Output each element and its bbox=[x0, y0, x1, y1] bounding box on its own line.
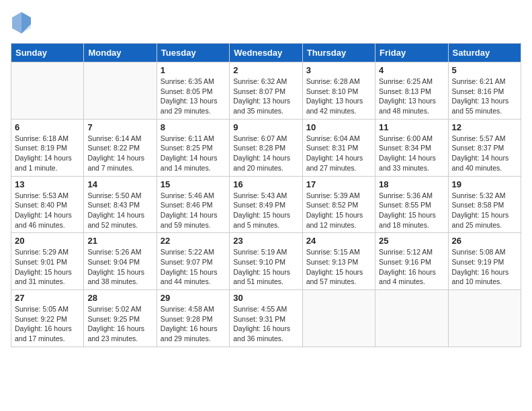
calendar-cell: 26Sunrise: 5:08 AM Sunset: 9:19 PM Dayli… bbox=[448, 233, 521, 290]
calendar-cell: 8Sunrise: 6:11 AM Sunset: 8:25 PM Daylig… bbox=[157, 119, 229, 176]
calendar-cell: 28Sunrise: 5:02 AM Sunset: 9:25 PM Dayli… bbox=[84, 290, 157, 347]
day-info: Sunrise: 5:15 AM Sunset: 9:13 PM Dayligh… bbox=[306, 247, 371, 287]
calendar-table: SundayMondayTuesdayWednesdayThursdayFrid… bbox=[11, 43, 521, 347]
calendar-cell: 17Sunrise: 5:39 AM Sunset: 8:52 PM Dayli… bbox=[302, 176, 375, 233]
day-info: Sunrise: 6:21 AM Sunset: 8:16 PM Dayligh… bbox=[452, 77, 517, 116]
day-number: 27 bbox=[15, 293, 80, 303]
day-info: Sunrise: 5:08 AM Sunset: 9:19 PM Dayligh… bbox=[452, 247, 517, 287]
calendar-week-row: 13Sunrise: 5:53 AM Sunset: 8:40 PM Dayli… bbox=[11, 176, 521, 233]
day-info: Sunrise: 6:07 AM Sunset: 8:28 PM Dayligh… bbox=[233, 134, 298, 173]
day-number: 2 bbox=[233, 65, 298, 75]
calendar-cell: 7Sunrise: 6:14 AM Sunset: 8:22 PM Daylig… bbox=[84, 119, 157, 176]
calendar-cell: 3Sunrise: 6:28 AM Sunset: 8:10 PM Daylig… bbox=[302, 62, 375, 120]
day-number: 16 bbox=[233, 179, 298, 189]
calendar-cell: 6Sunrise: 6:18 AM Sunset: 8:19 PM Daylig… bbox=[11, 119, 84, 176]
day-number: 1 bbox=[161, 65, 226, 75]
page-header bbox=[11, 11, 521, 35]
day-number: 9 bbox=[233, 122, 298, 132]
calendar-header-wednesday: Wednesday bbox=[230, 44, 302, 62]
day-info: Sunrise: 6:28 AM Sunset: 8:10 PM Dayligh… bbox=[306, 77, 371, 116]
calendar-cell: 22Sunrise: 5:22 AM Sunset: 9:07 PM Dayli… bbox=[157, 233, 229, 290]
calendar-cell: 9Sunrise: 6:07 AM Sunset: 8:28 PM Daylig… bbox=[230, 119, 302, 176]
logo-icon bbox=[11, 11, 32, 35]
calendar-cell: 20Sunrise: 5:29 AM Sunset: 9:01 PM Dayli… bbox=[11, 233, 84, 290]
calendar-cell: 16Sunrise: 5:43 AM Sunset: 8:49 PM Dayli… bbox=[230, 176, 302, 233]
day-number: 29 bbox=[161, 293, 226, 303]
day-number: 14 bbox=[87, 179, 152, 189]
day-info: Sunrise: 5:12 AM Sunset: 9:16 PM Dayligh… bbox=[379, 247, 444, 287]
calendar-cell bbox=[375, 290, 448, 347]
calendar-header-monday: Monday bbox=[84, 44, 157, 62]
calendar-cell: 11Sunrise: 6:00 AM Sunset: 8:34 PM Dayli… bbox=[375, 119, 448, 176]
calendar-cell: 19Sunrise: 5:32 AM Sunset: 8:58 PM Dayli… bbox=[448, 176, 521, 233]
calendar-cell bbox=[11, 62, 84, 120]
calendar-cell: 10Sunrise: 6:04 AM Sunset: 8:31 PM Dayli… bbox=[302, 119, 375, 176]
day-info: Sunrise: 5:43 AM Sunset: 8:49 PM Dayligh… bbox=[233, 191, 298, 230]
day-number: 15 bbox=[161, 179, 226, 189]
day-number: 10 bbox=[306, 122, 371, 132]
day-number: 25 bbox=[379, 236, 444, 246]
day-info: Sunrise: 5:57 AM Sunset: 8:37 PM Dayligh… bbox=[452, 134, 517, 173]
calendar-header-thursday: Thursday bbox=[302, 44, 375, 62]
day-info: Sunrise: 5:46 AM Sunset: 8:46 PM Dayligh… bbox=[161, 191, 226, 230]
calendar-header-tuesday: Tuesday bbox=[157, 44, 229, 62]
calendar-cell bbox=[448, 290, 521, 347]
calendar-week-row: 20Sunrise: 5:29 AM Sunset: 9:01 PM Dayli… bbox=[11, 233, 521, 290]
day-info: Sunrise: 6:04 AM Sunset: 8:31 PM Dayligh… bbox=[306, 134, 371, 173]
calendar-cell: 24Sunrise: 5:15 AM Sunset: 9:13 PM Dayli… bbox=[302, 233, 375, 290]
day-number: 17 bbox=[306, 179, 371, 189]
calendar-cell: 21Sunrise: 5:26 AM Sunset: 9:04 PM Dayli… bbox=[84, 233, 157, 290]
day-info: Sunrise: 5:39 AM Sunset: 8:52 PM Dayligh… bbox=[306, 191, 371, 230]
calendar-header-saturday: Saturday bbox=[448, 44, 521, 62]
day-info: Sunrise: 5:53 AM Sunset: 8:40 PM Dayligh… bbox=[15, 191, 80, 230]
calendar-header-sunday: Sunday bbox=[11, 44, 84, 62]
day-number: 3 bbox=[306, 65, 371, 75]
day-number: 23 bbox=[233, 236, 298, 246]
day-number: 26 bbox=[452, 236, 517, 246]
day-number: 4 bbox=[379, 65, 444, 75]
calendar-cell: 25Sunrise: 5:12 AM Sunset: 9:16 PM Dayli… bbox=[375, 233, 448, 290]
calendar-cell: 4Sunrise: 6:25 AM Sunset: 8:13 PM Daylig… bbox=[375, 62, 448, 120]
day-info: Sunrise: 6:14 AM Sunset: 8:22 PM Dayligh… bbox=[87, 134, 152, 173]
day-number: 11 bbox=[379, 122, 444, 132]
calendar-cell: 29Sunrise: 4:58 AM Sunset: 9:28 PM Dayli… bbox=[157, 290, 229, 347]
day-info: Sunrise: 5:50 AM Sunset: 8:43 PM Dayligh… bbox=[87, 191, 152, 230]
calendar-cell: 2Sunrise: 6:32 AM Sunset: 8:07 PM Daylig… bbox=[230, 62, 302, 120]
calendar-cell: 30Sunrise: 4:55 AM Sunset: 9:31 PM Dayli… bbox=[230, 290, 302, 347]
day-number: 7 bbox=[87, 122, 152, 132]
day-info: Sunrise: 5:32 AM Sunset: 8:58 PM Dayligh… bbox=[452, 191, 517, 230]
day-info: Sunrise: 5:36 AM Sunset: 8:55 PM Dayligh… bbox=[379, 191, 444, 230]
calendar-cell: 14Sunrise: 5:50 AM Sunset: 8:43 PM Dayli… bbox=[84, 176, 157, 233]
day-info: Sunrise: 6:00 AM Sunset: 8:34 PM Dayligh… bbox=[379, 134, 444, 173]
day-number: 21 bbox=[87, 236, 152, 246]
svg-marker-2 bbox=[12, 12, 21, 34]
day-number: 6 bbox=[15, 122, 80, 132]
calendar-cell bbox=[302, 290, 375, 347]
calendar-week-row: 27Sunrise: 5:05 AM Sunset: 9:22 PM Dayli… bbox=[11, 290, 521, 347]
day-number: 13 bbox=[15, 179, 80, 189]
day-number: 20 bbox=[15, 236, 80, 246]
day-number: 28 bbox=[87, 293, 152, 303]
day-info: Sunrise: 5:26 AM Sunset: 9:04 PM Dayligh… bbox=[87, 247, 152, 287]
day-info: Sunrise: 6:18 AM Sunset: 8:19 PM Dayligh… bbox=[15, 134, 80, 173]
calendar-cell: 12Sunrise: 5:57 AM Sunset: 8:37 PM Dayli… bbox=[448, 119, 521, 176]
day-info: Sunrise: 6:35 AM Sunset: 8:05 PM Dayligh… bbox=[161, 77, 226, 116]
day-number: 30 bbox=[233, 293, 298, 303]
calendar-header-row: SundayMondayTuesdayWednesdayThursdayFrid… bbox=[11, 44, 521, 62]
day-number: 12 bbox=[452, 122, 517, 132]
calendar-cell: 23Sunrise: 5:19 AM Sunset: 9:10 PM Dayli… bbox=[230, 233, 302, 290]
day-info: Sunrise: 6:25 AM Sunset: 8:13 PM Dayligh… bbox=[379, 77, 444, 116]
calendar-cell: 27Sunrise: 5:05 AM Sunset: 9:22 PM Dayli… bbox=[11, 290, 84, 347]
day-info: Sunrise: 5:02 AM Sunset: 9:25 PM Dayligh… bbox=[87, 304, 152, 344]
day-number: 5 bbox=[452, 65, 517, 75]
calendar-cell: 18Sunrise: 5:36 AM Sunset: 8:55 PM Dayli… bbox=[375, 176, 448, 233]
logo bbox=[11, 11, 35, 35]
day-number: 22 bbox=[161, 236, 226, 246]
day-info: Sunrise: 4:58 AM Sunset: 9:28 PM Dayligh… bbox=[161, 304, 226, 344]
calendar-header-friday: Friday bbox=[375, 44, 448, 62]
day-info: Sunrise: 5:22 AM Sunset: 9:07 PM Dayligh… bbox=[161, 247, 226, 287]
day-info: Sunrise: 5:05 AM Sunset: 9:22 PM Dayligh… bbox=[15, 304, 80, 344]
calendar-week-row: 6Sunrise: 6:18 AM Sunset: 8:19 PM Daylig… bbox=[11, 119, 521, 176]
calendar-cell: 1Sunrise: 6:35 AM Sunset: 8:05 PM Daylig… bbox=[157, 62, 229, 120]
calendar-cell: 15Sunrise: 5:46 AM Sunset: 8:46 PM Dayli… bbox=[157, 176, 229, 233]
